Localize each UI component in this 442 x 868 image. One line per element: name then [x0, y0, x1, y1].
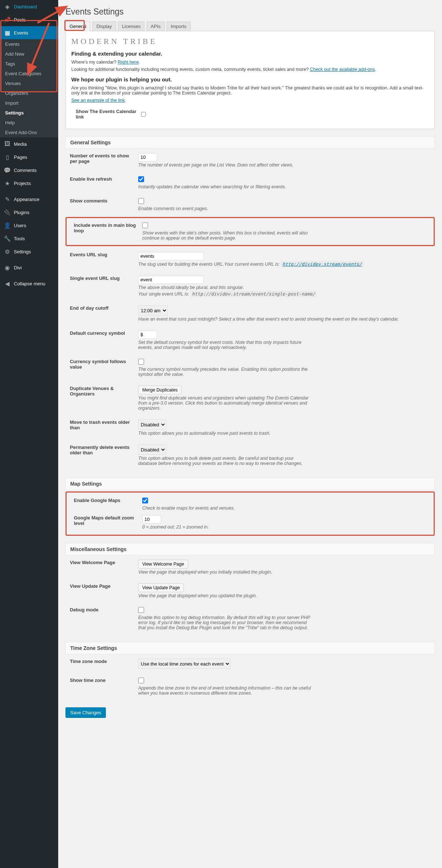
- intro-heading-2: We hope our plugin is helping you out.: [71, 76, 429, 83]
- sidebar-label: Divi: [14, 265, 22, 270]
- row-zoom: Google Maps default zoom level 0 = zoome…: [69, 513, 431, 532]
- field-desc2: Your single event URL is:: [138, 292, 189, 297]
- field-desc: View the page that displayed when you in…: [138, 570, 313, 575]
- merge-duplicates-button[interactable]: Merge Duplicates: [138, 386, 182, 394]
- row-duplicates: Duplicate Venues & Organizers Merge Dupl…: [65, 381, 435, 415]
- sidebar-settings[interactable]: ⚙Settings: [0, 245, 58, 258]
- field-label: Events URL slug: [65, 252, 138, 267]
- field-label: Google Maps default zoom level: [69, 515, 142, 530]
- where-label: Where's my calendar?: [71, 60, 116, 65]
- sidebar-plugins[interactable]: 🔌Plugins: [0, 206, 58, 219]
- sidebar-label: Events: [14, 30, 28, 36]
- currency-input[interactable]: [138, 330, 157, 339]
- field-label: Move to trash events older than: [65, 419, 138, 436]
- enable-maps-checkbox[interactable]: [142, 498, 148, 503]
- plugins-icon: 🔌: [4, 209, 11, 216]
- sidebar-label: Pages: [14, 154, 27, 160]
- live-refresh-checkbox[interactable]: [138, 176, 144, 182]
- tab-display[interactable]: Display: [92, 21, 116, 31]
- zoom-input[interactable]: [142, 515, 161, 523]
- sidebar-comments[interactable]: 💬Comments: [0, 164, 58, 177]
- single-slug-input[interactable]: [138, 276, 204, 284]
- submenu-add-new[interactable]: Add New: [0, 49, 58, 59]
- eod-select[interactable]: 12:00 am: [138, 305, 168, 316]
- sidebar-label: Dashboard: [14, 4, 37, 9]
- sidebar-divi[interactable]: ◉Divi: [0, 261, 58, 274]
- field-desc: View the page that displayed when you up…: [138, 593, 313, 598]
- tools-icon: 🔧: [4, 235, 11, 242]
- submenu-help[interactable]: Help: [0, 118, 58, 128]
- submenu-organizers[interactable]: Organizers: [0, 88, 58, 98]
- field-label: Number of events to show per page: [65, 153, 138, 168]
- sidebar-collapse[interactable]: ◀Collapse menu: [0, 277, 58, 290]
- events-url-link[interactable]: http://dividev.stream/events/: [281, 261, 363, 267]
- submenu-addons[interactable]: Event Add-Ons: [0, 128, 58, 137]
- field-label: End of day cutoff: [65, 305, 138, 322]
- intro-heading-1: Finding & extending your calendar.: [71, 51, 429, 57]
- save-changes-button[interactable]: Save Changes: [65, 707, 106, 718]
- field-label: Time zone mode: [65, 659, 138, 669]
- looking-text: Looking for additional functionality inc…: [71, 67, 308, 72]
- tab-apis[interactable]: APIs: [147, 21, 164, 31]
- settings-icon: ⚙: [4, 248, 11, 255]
- sidebar-projects[interactable]: ★Projects: [0, 177, 58, 190]
- blog-loop-checkbox[interactable]: [142, 222, 148, 228]
- field-label: Default currency symbol: [65, 330, 138, 350]
- misc-settings-header: Miscellaneous Settings: [65, 543, 435, 555]
- trash-select[interactable]: Disabled: [138, 419, 166, 430]
- row-show-comments: Show comments Enable comments on event p…: [65, 194, 435, 216]
- submenu-categories[interactable]: Event Categories: [0, 69, 58, 79]
- view-welcome-button[interactable]: View Welcome Page: [138, 560, 188, 568]
- submenu-import[interactable]: Import: [0, 98, 58, 108]
- submenu-tags[interactable]: Tags: [0, 59, 58, 69]
- field-label: Include events in main blog loop: [69, 222, 142, 241]
- calendar-icon: ▦: [4, 29, 11, 36]
- debug-checkbox[interactable]: [138, 607, 144, 613]
- field-desc: Instantly updates the calendar view when…: [138, 184, 313, 189]
- show-tz-checkbox[interactable]: [138, 678, 144, 683]
- sidebar-posts[interactable]: 📌Posts: [0, 13, 58, 26]
- currency-follows-checkbox[interactable]: [138, 359, 144, 365]
- sidebar-label: Plugins: [14, 210, 29, 215]
- posts-icon: 📌: [4, 16, 11, 23]
- thank-text: Are you thinking "Wow, this plugin is am…: [71, 85, 429, 96]
- sidebar-pages[interactable]: ▯Pages: [0, 150, 58, 164]
- sidebar-users[interactable]: 👤Users: [0, 219, 58, 232]
- show-comments-checkbox[interactable]: [138, 198, 144, 204]
- projects-icon: ★: [4, 180, 11, 187]
- tab-general[interactable]: General: [65, 21, 90, 31]
- pages-icon: ▯: [4, 153, 11, 161]
- single-url-code: http://dividev.stream/event/single-post-…: [191, 291, 317, 297]
- tz-mode-select[interactable]: Use the local time zones for each event: [138, 659, 231, 669]
- field-label: Currency symbol follows value: [65, 359, 138, 377]
- view-update-button[interactable]: View Update Page: [138, 583, 184, 592]
- sidebar-tools[interactable]: 🔧Tools: [0, 232, 58, 245]
- sidebar-appearance[interactable]: ✎Appearance: [0, 193, 58, 206]
- row-welcome: View Welcome Page View Welcome Page View…: [65, 555, 435, 579]
- see-example-link[interactable]: See an example of the link: [71, 98, 125, 103]
- right-here-link[interactable]: Right here: [118, 60, 139, 65]
- debug-bar-link[interactable]: Debug Bar Plugin: [176, 625, 212, 630]
- url-slug-input[interactable]: [138, 252, 204, 260]
- tab-imports[interactable]: Imports: [167, 21, 190, 31]
- appearance-icon: ✎: [4, 196, 11, 203]
- highlight-blog-loop-box: Include events in main blog loop Show ev…: [65, 217, 435, 246]
- tab-licenses[interactable]: Licenses: [118, 21, 144, 31]
- submenu-venues[interactable]: Venues: [0, 79, 58, 88]
- divi-icon: ◉: [4, 264, 11, 271]
- main-content: Events Settings General Display Licenses…: [58, 0, 442, 868]
- row-enable-maps: Enable Google Maps Check to enable maps …: [69, 495, 431, 513]
- sidebar-dashboard[interactable]: ◈Dashboard: [0, 0, 58, 13]
- sidebar-events[interactable]: ▦Events: [0, 26, 58, 39]
- sidebar-label: Posts: [14, 17, 26, 23]
- sidebar-media[interactable]: 🖼Media: [0, 137, 58, 150]
- field-desc2: and look for the "Tribe" tab in the debu…: [213, 625, 308, 630]
- num-events-input[interactable]: [138, 153, 157, 161]
- delete-select[interactable]: Disabled: [138, 445, 166, 455]
- show-link-checkbox[interactable]: [141, 112, 146, 117]
- submenu-events[interactable]: Events: [0, 39, 58, 49]
- submenu-settings[interactable]: Settings: [0, 108, 58, 118]
- modern-tribe-logo: MODERN TRIBE: [71, 37, 429, 46]
- addons-link[interactable]: Check out the available add-ons: [310, 67, 375, 72]
- tz-settings-header: Time Zone Settings: [65, 642, 435, 654]
